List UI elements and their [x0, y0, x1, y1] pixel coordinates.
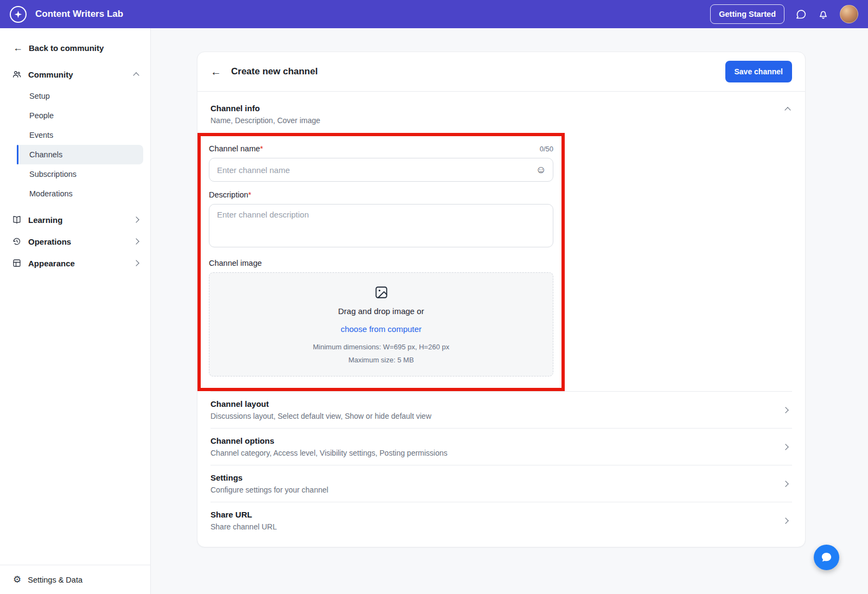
channel-options-title: Channel options: [210, 436, 783, 445]
sidebar-item-channels[interactable]: Channels: [17, 145, 143, 164]
back-to-community-link[interactable]: ← Back to community: [0, 28, 150, 63]
four-point-star-icon: [14, 10, 23, 19]
sidebar-item-events[interactable]: Events: [17, 125, 143, 145]
settings-and-data-link[interactable]: ⚙ Settings & Data: [0, 565, 150, 594]
sidebar-group-operations-label: Operations: [28, 237, 127, 246]
sidebar-group-appearance-label: Appearance: [28, 259, 127, 268]
chevron-up-icon[interactable]: [784, 107, 790, 113]
topbar: Content Writers Lab Getting Started: [0, 0, 868, 28]
page-title: Create new channel: [231, 66, 318, 77]
appearance-layout-icon: [12, 258, 22, 268]
channel-info-section: Channel info Name, Description, Cover im…: [197, 92, 805, 391]
chevron-up-icon: [133, 72, 139, 78]
messages-icon[interactable]: [795, 9, 807, 20]
channel-layout-row[interactable]: Channel layout Discussions layout, Selec…: [210, 391, 792, 428]
sidebar-item-setup[interactable]: Setup: [17, 86, 143, 106]
app-logo-icon[interactable]: [10, 6, 27, 23]
chevron-right-icon: [782, 518, 788, 523]
community-subnav: Setup People Events Channels Subscriptio…: [0, 86, 150, 203]
min-dimensions-hint: Minimum dimensions: W=695 px, H=260 px: [313, 343, 449, 351]
chevron-right-icon: [133, 238, 139, 244]
notifications-bell-icon[interactable]: [818, 9, 829, 20]
channel-layout-subtitle: Discussions layout, Select default view,…: [210, 412, 783, 420]
main-content: ← Create new channel Save channel Channe…: [151, 28, 868, 594]
back-arrow-icon: ←: [13, 43, 23, 53]
description-label: Description*: [209, 190, 553, 199]
channel-info-header[interactable]: Channel info Name, Description, Cover im…: [210, 104, 792, 125]
sidebar-item-people[interactable]: People: [17, 106, 143, 125]
chevron-right-icon: [133, 216, 139, 222]
chevron-right-icon: [133, 260, 139, 266]
channel-description-textarea[interactable]: [209, 204, 553, 247]
user-avatar[interactable]: [840, 5, 858, 23]
channel-options-subtitle: Channel category, Access level, Visibili…: [210, 449, 783, 457]
channel-options-row[interactable]: Channel options Channel category, Access…: [210, 428, 792, 465]
channel-layout-title: Channel layout: [210, 399, 783, 408]
sidebar-group-operations[interactable]: Operations: [0, 231, 150, 252]
settings-row[interactable]: Settings Configure settings for your cha…: [210, 465, 792, 502]
sidebar-group-learning-label: Learning: [28, 215, 127, 225]
image-icon: [374, 285, 388, 299]
sidebar-item-moderations[interactable]: Moderations: [17, 184, 143, 203]
back-to-community-label: Back to community: [29, 43, 104, 53]
max-size-hint: Maximum size: 5 MB: [348, 356, 414, 364]
community-people-icon: [12, 69, 22, 79]
share-url-subtitle: Share channel URL: [210, 522, 783, 531]
share-url-title: Share URL: [210, 510, 783, 519]
dropzone-text: Drag and drop image or: [338, 306, 424, 316]
character-counter: 0/50: [540, 145, 553, 153]
channel-info-title: Channel info: [210, 104, 786, 113]
emoji-picker-icon[interactable]: ☺: [536, 164, 546, 176]
settings-subtitle: Configure settings for your channel: [210, 486, 783, 494]
channel-info-subtitle: Name, Description, Cover image: [210, 116, 786, 125]
back-arrow-icon[interactable]: ←: [210, 66, 221, 77]
chevron-right-icon: [782, 407, 788, 413]
channel-name-label: Channel name*: [209, 144, 263, 153]
chat-widget-button[interactable]: [814, 545, 839, 570]
learning-book-icon: [12, 215, 22, 225]
save-channel-button[interactable]: Save channel: [725, 61, 793, 82]
chevron-right-icon: [782, 481, 788, 487]
sidebar-group-appearance[interactable]: Appearance: [0, 252, 150, 274]
required-asterisk: *: [260, 144, 263, 153]
sidebar-item-subscriptions[interactable]: Subscriptions: [17, 164, 143, 184]
channel-image-label: Channel image: [209, 259, 553, 267]
brand-title: Content Writers Lab: [35, 9, 123, 20]
settings-and-data-label: Settings & Data: [28, 576, 82, 584]
gear-icon: ⚙: [13, 575, 21, 584]
accordion-rows: Channel layout Discussions layout, Selec…: [197, 391, 805, 547]
create-channel-card: ← Create new channel Save channel Channe…: [197, 52, 806, 547]
sidebar-group-learning[interactable]: Learning: [0, 209, 150, 231]
required-asterisk: *: [248, 190, 252, 199]
operations-history-icon: [12, 237, 22, 246]
highlight-annotation-box: Channel name* 0/50 ☺ Description* Channe…: [197, 133, 565, 391]
sidebar-group-community-label: Community: [28, 70, 127, 79]
chevron-right-icon: [782, 444, 788, 450]
share-url-row[interactable]: Share URL Share channel URL: [210, 502, 792, 539]
chat-bubble-icon: [820, 551, 833, 564]
image-dropzone[interactable]: Drag and drop image or choose from compu…: [209, 272, 553, 376]
card-header: ← Create new channel Save channel: [197, 52, 805, 92]
sidebar-group-community[interactable]: Community: [0, 63, 150, 85]
choose-from-computer-link[interactable]: choose from computer: [341, 324, 422, 334]
settings-title: Settings: [210, 473, 783, 482]
getting-started-button[interactable]: Getting Started: [710, 4, 784, 24]
admin-sidebar: ← Back to community Community Setup Peop…: [0, 28, 151, 594]
channel-name-input[interactable]: [209, 158, 553, 182]
